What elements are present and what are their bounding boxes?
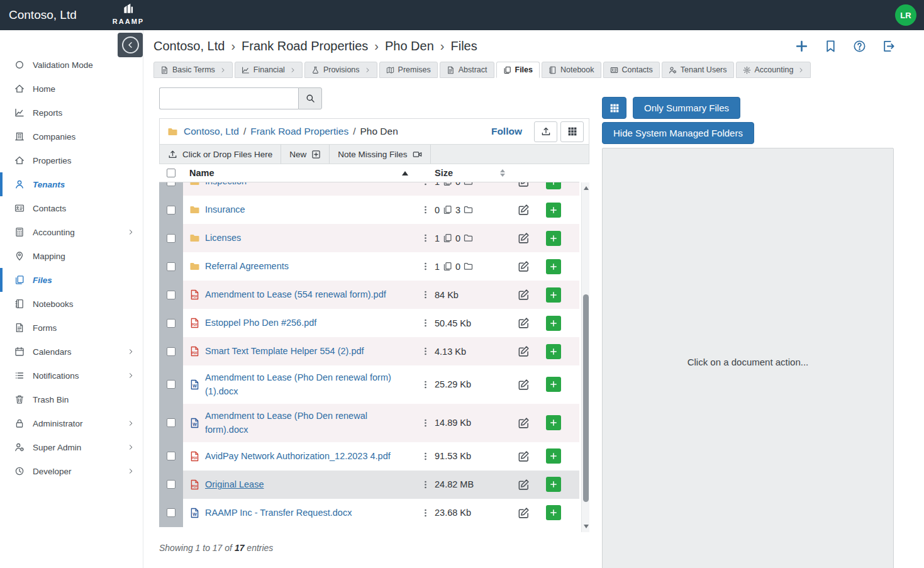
sidebar-item-notifications[interactable]: Notifications [0, 364, 143, 387]
add-file-button[interactable] [546, 259, 561, 274]
edit-button[interactable] [508, 260, 539, 272]
tab-provisions[interactable]: Provisions [304, 62, 377, 78]
table-row-selected[interactable]: Original Lease 24.82 MB [159, 471, 579, 499]
edit-button[interactable] [508, 345, 539, 357]
user-avatar[interactable]: LR [895, 4, 916, 26]
row-checkbox[interactable] [167, 206, 175, 214]
grid-view-button[interactable] [560, 121, 584, 142]
folder-link[interactable]: Inspection [205, 182, 247, 189]
sidebar-item-reports[interactable]: Reports [0, 101, 143, 125]
sidebar-item-companies[interactable]: Companies [0, 125, 143, 148]
sidebar-item-files[interactable]: Files [0, 268, 143, 292]
edit-button[interactable] [508, 379, 539, 391]
edit-button[interactable] [508, 182, 539, 187]
upload-button[interactable] [534, 121, 557, 142]
file-link[interactable]: Original Lease [205, 477, 264, 491]
sidebar-item-developer[interactable]: Developer [0, 459, 143, 483]
row-menu-button[interactable] [416, 452, 435, 461]
row-checkbox[interactable] [167, 291, 175, 299]
edit-button[interactable] [508, 479, 539, 491]
file-link[interactable]: Estoppel Pho Den #256.pdf [205, 316, 316, 330]
table-scrollbar[interactable] [581, 182, 589, 532]
add-file-button[interactable] [546, 477, 561, 492]
sign-out-icon[interactable] [882, 40, 895, 53]
table-row[interactable]: RAAMP Inc - Transfer Request.docx 23.68 … [159, 499, 579, 527]
search-input[interactable] [159, 87, 298, 109]
tab-abstract[interactable]: Abstract [440, 62, 494, 78]
row-checkbox[interactable] [167, 480, 175, 489]
add-file-button[interactable] [546, 344, 561, 359]
row-checkbox[interactable] [167, 182, 175, 186]
select-all-checkbox[interactable] [167, 169, 175, 177]
table-row[interactable]: Estoppel Pho Den #256.pdf 50.45 Kb [159, 309, 579, 337]
add-file-button[interactable] [546, 448, 561, 464]
file-link[interactable]: Amendment to Lease (554 renewal form).pd… [205, 287, 386, 301]
row-menu-button[interactable] [416, 347, 435, 356]
table-row[interactable]: Amendment to Lease (554 renewal form).pd… [159, 281, 579, 309]
row-checkbox[interactable] [167, 380, 175, 389]
breadcrumb-company[interactable]: Contoso, Ltd [153, 39, 225, 53]
edit-button[interactable] [508, 317, 539, 329]
path-link-property[interactable]: Frank Road Properties [250, 126, 348, 137]
folder-link[interactable]: Referral Agreements [205, 259, 289, 273]
only-summary-files-button[interactable]: Only Summary Files [633, 97, 740, 119]
sidebar-item-notebooks[interactable]: Notebooks [0, 292, 143, 316]
table-row[interactable]: Smart Text Template Helper 554 (2).pdf 4… [159, 337, 579, 365]
edit-button[interactable] [508, 232, 539, 244]
row-menu-button[interactable] [416, 418, 435, 428]
sidebar-item-trash-bin[interactable]: Trash Bin [0, 387, 143, 411]
add-file-button[interactable] [546, 203, 561, 218]
row-menu-button[interactable] [416, 290, 435, 299]
row-checkbox[interactable] [167, 234, 175, 243]
edit-button[interactable] [508, 507, 539, 519]
file-link[interactable]: Amendment to Lease (Pho Den renewal form… [205, 409, 412, 437]
scroll-up-arrow[interactable] [582, 184, 590, 192]
row-menu-button[interactable] [416, 480, 435, 489]
row-checkbox[interactable] [167, 262, 175, 271]
breadcrumb-property[interactable]: Frank Road Properties [242, 39, 368, 53]
add-file-button[interactable] [546, 415, 561, 430]
hide-system-folders-button[interactable]: Hide System Managed Folders [602, 122, 754, 144]
size-column-header[interactable]: Size [435, 168, 453, 178]
sidebar-item-accounting[interactable]: Accounting [0, 220, 143, 244]
search-button[interactable] [298, 87, 322, 109]
sidebar-item-tenants[interactable]: Tenants [0, 172, 143, 196]
add-file-button[interactable] [546, 316, 561, 331]
tab-notebook[interactable]: Notebook [542, 62, 601, 78]
file-link[interactable]: RAAMP Inc - Transfer Request.docx [205, 506, 352, 520]
table-row[interactable]: Amendment to Lease (Pho Den renewal form… [159, 404, 579, 442]
row-checkbox[interactable] [167, 319, 175, 328]
table-row[interactable]: Inspection 10 [159, 182, 579, 196]
folder-link[interactable]: Insurance [205, 203, 245, 216]
follow-link[interactable]: Follow [491, 126, 522, 137]
scrollbar-thumb[interactable] [583, 294, 589, 502]
folder-link[interactable]: Licenses [205, 231, 241, 245]
drop-files-button[interactable]: Click or Drop Files Here [160, 145, 281, 164]
sidebar-item-home[interactable]: Home [0, 77, 143, 101]
row-menu-button[interactable] [416, 380, 435, 389]
note-missing-files-button[interactable]: Note Missing Files [330, 145, 430, 164]
file-link[interactable]: AvidPay Network Authorization_12.2023 4.… [205, 449, 391, 463]
sidebar-item-calendars[interactable]: Calendars [0, 340, 143, 364]
row-checkbox[interactable] [167, 452, 175, 460]
file-link[interactable]: Smart Text Template Helper 554 (2).pdf [205, 344, 364, 358]
add-file-button[interactable] [546, 287, 561, 303]
sidebar-item-mapping[interactable]: Mapping [0, 244, 143, 268]
add-icon[interactable] [795, 40, 808, 53]
table-row[interactable]: AvidPay Network Authorization_12.2023 4.… [159, 442, 579, 471]
scroll-down-arrow[interactable] [582, 522, 590, 531]
add-file-button[interactable] [546, 182, 561, 189]
sidebar-item-forms[interactable]: Forms [0, 316, 143, 340]
tab-accounting[interactable]: Accounting [736, 62, 811, 78]
bookmark-icon[interactable] [824, 40, 837, 53]
file-link[interactable]: Amendment to Lease (Pho Den renewal form… [205, 370, 412, 399]
tab-tenant-users[interactable]: Tenant Users [662, 62, 734, 78]
row-menu-button[interactable] [416, 182, 435, 186]
tab-premises[interactable]: Premises [379, 62, 438, 78]
row-checkbox[interactable] [167, 508, 175, 517]
path-link-company[interactable]: Contoso, Ltd [184, 126, 239, 137]
row-menu-button[interactable] [416, 262, 435, 271]
add-file-button[interactable] [546, 231, 561, 246]
table-row[interactable]: Referral Agreements 10 [159, 252, 579, 281]
row-checkbox[interactable] [167, 418, 175, 427]
